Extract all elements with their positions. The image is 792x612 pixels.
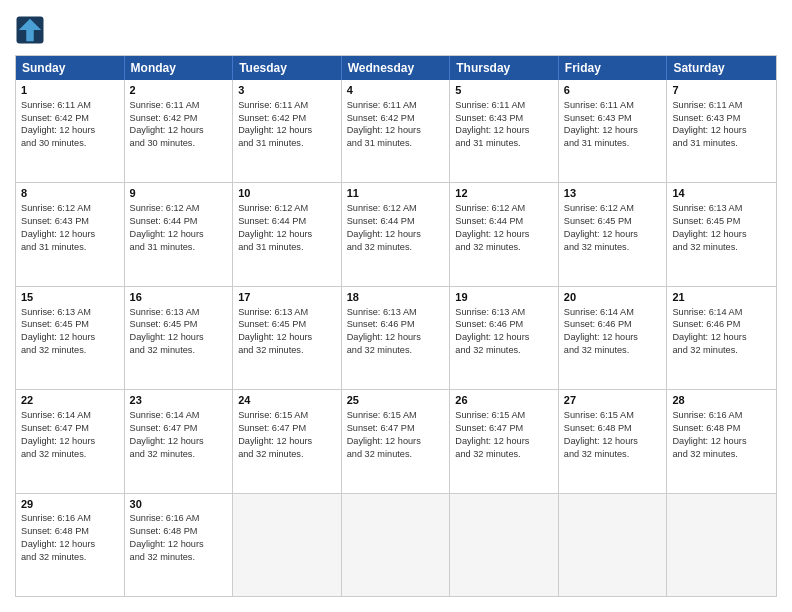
day-info: Sunrise: 6:13 AM Sunset: 6:46 PM Dayligh… — [455, 307, 529, 355]
day-info: Sunrise: 6:11 AM Sunset: 6:42 PM Dayligh… — [347, 100, 421, 148]
day-number: 21 — [672, 290, 771, 305]
day-number: 6 — [564, 83, 662, 98]
day-info: Sunrise: 6:15 AM Sunset: 6:47 PM Dayligh… — [455, 410, 529, 458]
day-cell-8: 8Sunrise: 6:12 AM Sunset: 6:43 PM Daylig… — [16, 183, 125, 285]
day-info: Sunrise: 6:15 AM Sunset: 6:47 PM Dayligh… — [238, 410, 312, 458]
header-day-saturday: Saturday — [667, 56, 776, 80]
day-number: 4 — [347, 83, 445, 98]
day-cell-27: 27Sunrise: 6:15 AM Sunset: 6:48 PM Dayli… — [559, 390, 668, 492]
day-number: 9 — [130, 186, 228, 201]
day-info: Sunrise: 6:13 AM Sunset: 6:45 PM Dayligh… — [130, 307, 204, 355]
day-info: Sunrise: 6:11 AM Sunset: 6:43 PM Dayligh… — [455, 100, 529, 148]
day-info: Sunrise: 6:15 AM Sunset: 6:47 PM Dayligh… — [347, 410, 421, 458]
day-number: 5 — [455, 83, 553, 98]
day-info: Sunrise: 6:13 AM Sunset: 6:46 PM Dayligh… — [347, 307, 421, 355]
day-info: Sunrise: 6:11 AM Sunset: 6:42 PM Dayligh… — [130, 100, 204, 148]
day-number: 10 — [238, 186, 336, 201]
header-day-friday: Friday — [559, 56, 668, 80]
day-info: Sunrise: 6:12 AM Sunset: 6:44 PM Dayligh… — [455, 203, 529, 251]
day-info: Sunrise: 6:14 AM Sunset: 6:46 PM Dayligh… — [672, 307, 746, 355]
day-cell-24: 24Sunrise: 6:15 AM Sunset: 6:47 PM Dayli… — [233, 390, 342, 492]
day-number: 25 — [347, 393, 445, 408]
day-cell-14: 14Sunrise: 6:13 AM Sunset: 6:45 PM Dayli… — [667, 183, 776, 285]
day-cell-23: 23Sunrise: 6:14 AM Sunset: 6:47 PM Dayli… — [125, 390, 234, 492]
day-cell-18: 18Sunrise: 6:13 AM Sunset: 6:46 PM Dayli… — [342, 287, 451, 389]
day-info: Sunrise: 6:13 AM Sunset: 6:45 PM Dayligh… — [672, 203, 746, 251]
day-cell-30: 30Sunrise: 6:16 AM Sunset: 6:48 PM Dayli… — [125, 494, 234, 596]
day-cell-17: 17Sunrise: 6:13 AM Sunset: 6:45 PM Dayli… — [233, 287, 342, 389]
day-cell-13: 13Sunrise: 6:12 AM Sunset: 6:45 PM Dayli… — [559, 183, 668, 285]
day-info: Sunrise: 6:11 AM Sunset: 6:43 PM Dayligh… — [672, 100, 746, 148]
calendar-header: SundayMondayTuesdayWednesdayThursdayFrid… — [16, 56, 776, 80]
day-number: 2 — [130, 83, 228, 98]
header-day-tuesday: Tuesday — [233, 56, 342, 80]
day-number: 14 — [672, 186, 771, 201]
day-number: 30 — [130, 497, 228, 512]
calendar-week-0: 1Sunrise: 6:11 AM Sunset: 6:42 PM Daylig… — [16, 80, 776, 183]
day-number: 7 — [672, 83, 771, 98]
day-number: 8 — [21, 186, 119, 201]
day-cell-4: 4Sunrise: 6:11 AM Sunset: 6:42 PM Daylig… — [342, 80, 451, 182]
calendar-body: 1Sunrise: 6:11 AM Sunset: 6:42 PM Daylig… — [16, 80, 776, 596]
day-number: 28 — [672, 393, 771, 408]
day-info: Sunrise: 6:16 AM Sunset: 6:48 PM Dayligh… — [130, 513, 204, 561]
calendar: SundayMondayTuesdayWednesdayThursdayFrid… — [15, 55, 777, 597]
day-cell-11: 11Sunrise: 6:12 AM Sunset: 6:44 PM Dayli… — [342, 183, 451, 285]
day-number: 17 — [238, 290, 336, 305]
day-number: 16 — [130, 290, 228, 305]
day-cell-2: 2Sunrise: 6:11 AM Sunset: 6:42 PM Daylig… — [125, 80, 234, 182]
day-cell-9: 9Sunrise: 6:12 AM Sunset: 6:44 PM Daylig… — [125, 183, 234, 285]
calendar-week-3: 22Sunrise: 6:14 AM Sunset: 6:47 PM Dayli… — [16, 390, 776, 493]
day-cell-7: 7Sunrise: 6:11 AM Sunset: 6:43 PM Daylig… — [667, 80, 776, 182]
day-info: Sunrise: 6:12 AM Sunset: 6:44 PM Dayligh… — [238, 203, 312, 251]
header-day-sunday: Sunday — [16, 56, 125, 80]
empty-cell — [342, 494, 451, 596]
day-cell-29: 29Sunrise: 6:16 AM Sunset: 6:48 PM Dayli… — [16, 494, 125, 596]
day-cell-12: 12Sunrise: 6:12 AM Sunset: 6:44 PM Dayli… — [450, 183, 559, 285]
empty-cell — [450, 494, 559, 596]
day-cell-25: 25Sunrise: 6:15 AM Sunset: 6:47 PM Dayli… — [342, 390, 451, 492]
day-info: Sunrise: 6:11 AM Sunset: 6:42 PM Dayligh… — [21, 100, 95, 148]
day-info: Sunrise: 6:11 AM Sunset: 6:43 PM Dayligh… — [564, 100, 638, 148]
day-cell-3: 3Sunrise: 6:11 AM Sunset: 6:42 PM Daylig… — [233, 80, 342, 182]
day-number: 26 — [455, 393, 553, 408]
day-info: Sunrise: 6:16 AM Sunset: 6:48 PM Dayligh… — [21, 513, 95, 561]
day-number: 19 — [455, 290, 553, 305]
day-number: 1 — [21, 83, 119, 98]
day-cell-1: 1Sunrise: 6:11 AM Sunset: 6:42 PM Daylig… — [16, 80, 125, 182]
day-number: 22 — [21, 393, 119, 408]
calendar-week-1: 8Sunrise: 6:12 AM Sunset: 6:43 PM Daylig… — [16, 183, 776, 286]
day-cell-5: 5Sunrise: 6:11 AM Sunset: 6:43 PM Daylig… — [450, 80, 559, 182]
day-cell-28: 28Sunrise: 6:16 AM Sunset: 6:48 PM Dayli… — [667, 390, 776, 492]
logo-icon — [15, 15, 45, 45]
day-cell-15: 15Sunrise: 6:13 AM Sunset: 6:45 PM Dayli… — [16, 287, 125, 389]
calendar-week-2: 15Sunrise: 6:13 AM Sunset: 6:45 PM Dayli… — [16, 287, 776, 390]
day-info: Sunrise: 6:14 AM Sunset: 6:47 PM Dayligh… — [21, 410, 95, 458]
day-number: 23 — [130, 393, 228, 408]
day-number: 18 — [347, 290, 445, 305]
day-cell-26: 26Sunrise: 6:15 AM Sunset: 6:47 PM Dayli… — [450, 390, 559, 492]
calendar-week-4: 29Sunrise: 6:16 AM Sunset: 6:48 PM Dayli… — [16, 494, 776, 596]
day-info: Sunrise: 6:12 AM Sunset: 6:44 PM Dayligh… — [130, 203, 204, 251]
empty-cell — [233, 494, 342, 596]
day-number: 3 — [238, 83, 336, 98]
day-info: Sunrise: 6:13 AM Sunset: 6:45 PM Dayligh… — [238, 307, 312, 355]
day-info: Sunrise: 6:12 AM Sunset: 6:43 PM Dayligh… — [21, 203, 95, 251]
header-day-thursday: Thursday — [450, 56, 559, 80]
day-number: 13 — [564, 186, 662, 201]
day-cell-10: 10Sunrise: 6:12 AM Sunset: 6:44 PM Dayli… — [233, 183, 342, 285]
day-number: 12 — [455, 186, 553, 201]
empty-cell — [559, 494, 668, 596]
day-number: 11 — [347, 186, 445, 201]
day-cell-21: 21Sunrise: 6:14 AM Sunset: 6:46 PM Dayli… — [667, 287, 776, 389]
header — [15, 15, 777, 45]
day-cell-20: 20Sunrise: 6:14 AM Sunset: 6:46 PM Dayli… — [559, 287, 668, 389]
header-day-monday: Monday — [125, 56, 234, 80]
day-info: Sunrise: 6:12 AM Sunset: 6:44 PM Dayligh… — [347, 203, 421, 251]
day-number: 20 — [564, 290, 662, 305]
logo — [15, 15, 49, 45]
day-info: Sunrise: 6:16 AM Sunset: 6:48 PM Dayligh… — [672, 410, 746, 458]
day-number: 29 — [21, 497, 119, 512]
day-info: Sunrise: 6:12 AM Sunset: 6:45 PM Dayligh… — [564, 203, 638, 251]
empty-cell — [667, 494, 776, 596]
